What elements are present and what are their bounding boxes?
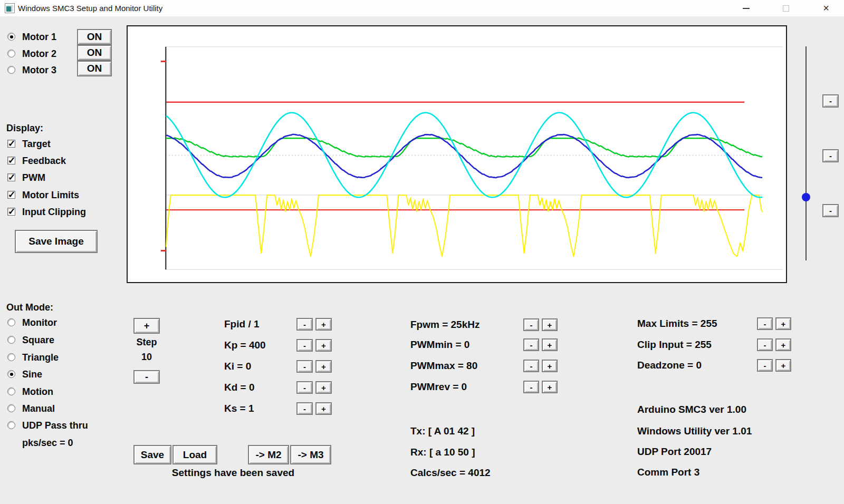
out-mode-udp-pass-thru-label: UDP Pass thru bbox=[22, 420, 88, 431]
kp-decrease-button[interactable]: - bbox=[296, 339, 313, 352]
motor-3-label: Motor 3 bbox=[22, 65, 56, 76]
pwm-checkbox-label: PWM bbox=[22, 172, 45, 183]
arduino-version-text: Arduino SMC3 ver 1.00 bbox=[637, 404, 746, 415]
load-settings-button[interactable]: Load bbox=[172, 445, 217, 464]
checkbox-pwm[interactable] bbox=[7, 173, 15, 181]
motor-1-label: Motor 1 bbox=[22, 32, 56, 43]
radio-out-mode-square[interactable] bbox=[7, 336, 15, 344]
step-label: Step bbox=[133, 337, 160, 348]
display-heading: Display: bbox=[6, 123, 43, 134]
max-limits-increase-button[interactable]: + bbox=[775, 317, 791, 330]
max-limits-value-label: Max Limits = 255 bbox=[637, 318, 717, 329]
ks-increase-button[interactable]: + bbox=[315, 402, 332, 415]
ks-value-label: Ks = 1 bbox=[224, 403, 254, 414]
radio-motor-1[interactable] bbox=[7, 33, 15, 41]
rx-status-text: Rx: [ a 10 50 ] bbox=[410, 447, 475, 458]
save-image-button[interactable]: Save Image bbox=[15, 230, 98, 253]
pwmrev-decrease-button[interactable]: - bbox=[523, 381, 539, 393]
copy-to-motor2-button[interactable]: -> M2 bbox=[248, 445, 289, 464]
ki-value-label: Ki = 0 bbox=[224, 361, 251, 372]
title-bar: Windows SMC3 Setup and Monitor Utility × bbox=[0, 0, 844, 16]
kp-value-label: Kp = 400 bbox=[224, 340, 266, 351]
scale-slider-track[interactable] bbox=[805, 46, 807, 260]
scale-slider-thumb[interactable] bbox=[802, 193, 810, 201]
out-mode-triangle-label: Triangle bbox=[22, 352, 59, 363]
maximize-button[interactable] bbox=[774, 0, 798, 16]
trace-clipped-input bbox=[166, 138, 762, 157]
close-button[interactable]: × bbox=[814, 0, 838, 16]
ki-decrease-button[interactable]: - bbox=[296, 360, 313, 373]
pwmmin-value-label: PWMmin = 0 bbox=[410, 339, 469, 351]
fpwm-increase-button[interactable]: + bbox=[542, 318, 558, 331]
fpwm-value-label: Fpwm = 25kHz bbox=[410, 319, 479, 331]
ks-decrease-button[interactable]: - bbox=[296, 402, 313, 415]
clip-input-decrease-button[interactable]: - bbox=[757, 338, 773, 351]
kd-increase-button[interactable]: + bbox=[315, 381, 332, 394]
out-mode-heading: Out Mode: bbox=[6, 302, 53, 313]
fpid-value-label: Fpid / 1 bbox=[224, 318, 260, 330]
out-mode-sine-label: Sine bbox=[22, 369, 42, 380]
deadzone-decrease-button[interactable]: - bbox=[757, 359, 773, 372]
app-icon bbox=[5, 3, 15, 13]
checkbox-motor-limits[interactable] bbox=[7, 191, 15, 199]
pwmrev-increase-button[interactable]: + bbox=[542, 381, 558, 393]
radio-out-mode-triangle[interactable] bbox=[7, 353, 15, 361]
target-checkbox-label: Target bbox=[22, 139, 51, 150]
windows-utility-version-text: Windows Utility ver 1.01 bbox=[637, 425, 752, 437]
oscilloscope-display bbox=[127, 25, 787, 283]
calcs-status-text: Calcs/sec = 4012 bbox=[410, 467, 491, 479]
step-increase-button[interactable]: + bbox=[133, 318, 160, 334]
kd-decrease-button[interactable]: - bbox=[296, 381, 313, 394]
pwmmax-increase-button[interactable]: + bbox=[542, 360, 558, 372]
pwmmin-increase-button[interactable]: + bbox=[542, 338, 558, 351]
checkbox-target[interactable] bbox=[7, 140, 15, 148]
app-icon-page bbox=[12, 5, 14, 12]
deadzone-increase-button[interactable]: + bbox=[775, 359, 791, 372]
trace-pwm bbox=[166, 195, 762, 256]
radio-motor-2[interactable] bbox=[7, 50, 15, 57]
checkbox-feedback[interactable] bbox=[7, 157, 15, 164]
ki-increase-button[interactable]: + bbox=[315, 360, 332, 373]
pwmmax-decrease-button[interactable]: - bbox=[523, 360, 539, 372]
minimize-button[interactable] bbox=[734, 0, 758, 16]
copy-to-motor3-button[interactable]: -> M3 bbox=[290, 445, 331, 464]
motor-3-on-button[interactable]: ON bbox=[77, 61, 112, 76]
clip-input-increase-button[interactable]: + bbox=[775, 338, 791, 351]
radio-out-mode-udp-pass-thru[interactable] bbox=[7, 421, 15, 429]
kp-increase-button[interactable]: + bbox=[315, 339, 332, 352]
radio-out-mode-motion[interactable] bbox=[7, 387, 15, 395]
settings-saved-status: Settings have been saved bbox=[172, 467, 294, 479]
scope-scale-bottom-button[interactable]: - bbox=[822, 204, 839, 217]
trace-target bbox=[166, 113, 762, 198]
checkbox-input-clipping[interactable] bbox=[7, 208, 15, 216]
radio-out-mode-monitor[interactable] bbox=[7, 318, 15, 326]
app-icon-window bbox=[6, 6, 11, 12]
fpid-decrease-button[interactable]: - bbox=[296, 318, 313, 331]
save-settings-button[interactable]: Save bbox=[133, 445, 171, 464]
radio-out-mode-manual[interactable] bbox=[7, 404, 15, 412]
tx-status-text: Tx: [ A 01 42 ] bbox=[410, 425, 475, 437]
step-value: 10 bbox=[133, 352, 160, 363]
scope-scale-top-button[interactable]: - bbox=[822, 94, 839, 108]
udp-port-text: UDP Port 20017 bbox=[637, 446, 712, 458]
out-mode-monitor-label: Monitor bbox=[22, 317, 57, 328]
fpwm-decrease-button[interactable]: - bbox=[523, 318, 539, 331]
scope-scale-middle-button[interactable]: - bbox=[822, 149, 839, 162]
pwmmin-decrease-button[interactable]: - bbox=[523, 338, 539, 351]
step-decrease-button[interactable]: - bbox=[133, 370, 160, 384]
clip-input-value-label: Clip Input = 255 bbox=[637, 339, 712, 351]
minimize-icon bbox=[743, 8, 750, 9]
motor-2-label: Motor 2 bbox=[22, 49, 56, 60]
pks-per-sec-value: pks/sec = 0 bbox=[22, 438, 73, 449]
out-mode-motion-label: Motion bbox=[22, 386, 53, 398]
pwmrev-value-label: PWMrev = 0 bbox=[410, 381, 467, 393]
motor-2-on-button[interactable]: ON bbox=[77, 45, 112, 61]
motor-1-on-button[interactable]: ON bbox=[77, 29, 112, 45]
radio-out-mode-sine[interactable] bbox=[7, 370, 15, 378]
fpid-increase-button[interactable]: + bbox=[315, 318, 332, 331]
out-mode-manual-label: Manual bbox=[22, 403, 55, 414]
out-mode-square-label: Square bbox=[22, 335, 54, 346]
max-limits-decrease-button[interactable]: - bbox=[757, 317, 773, 330]
radio-motor-3[interactable] bbox=[7, 66, 15, 74]
comm-port-text: Comm Port 3 bbox=[637, 467, 699, 478]
